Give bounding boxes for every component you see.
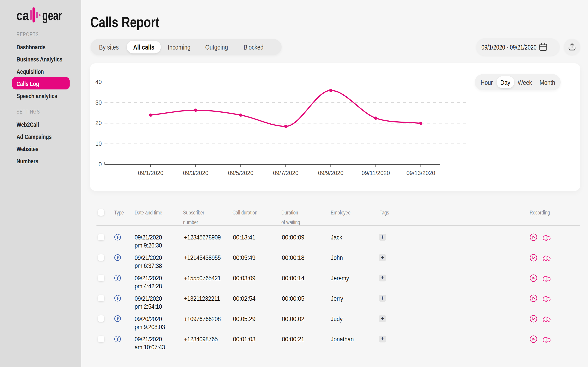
svg-text:09/5/2020: 09/5/2020: [228, 170, 253, 176]
svg-text:09/13/2020: 09/13/2020: [406, 170, 435, 176]
svg-text:09/3/2020: 09/3/2020: [183, 170, 208, 176]
svg-text:40: 40: [95, 79, 102, 85]
svg-text:10: 10: [95, 140, 102, 147]
svg-text:ca: ca: [16, 7, 29, 23]
svg-text:09/11/2020: 09/11/2020: [362, 170, 390, 176]
svg-text:30: 30: [95, 99, 102, 106]
svg-text:0: 0: [99, 161, 102, 167]
svg-text:09/9/2020: 09/9/2020: [318, 170, 343, 176]
svg-text:gear: gear: [42, 7, 62, 23]
svg-text:09/7/2020: 09/7/2020: [273, 170, 298, 176]
svg-text:09/1/2020: 09/1/2020: [138, 170, 163, 176]
svg-text:20: 20: [95, 120, 102, 126]
